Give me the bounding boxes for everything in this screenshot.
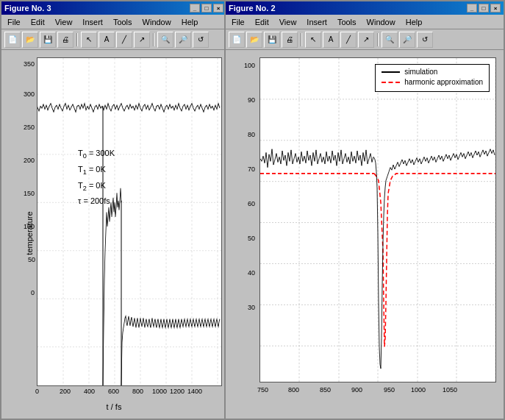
figure3-close-btn[interactable]: × [213, 4, 223, 13]
annotation-T1: T1 = 0K [78, 163, 115, 179]
toolbar-sep1 [76, 33, 78, 46]
figure3-menu-window[interactable]: Window [138, 15, 176, 29]
fig2-ytick-80: 80 [248, 131, 255, 138]
fig2-new-btn[interactable]: 📄 [229, 32, 245, 48]
fig2-xtick-1000: 1000 [411, 386, 426, 394]
figure3-annotation: T0 = 300K T1 = 0K T2 = 0K τ = 200fs [78, 146, 115, 208]
simulation-line-icon [382, 71, 400, 73]
xtick-0: 0 [35, 388, 39, 395]
rotate-btn[interactable]: ↺ [193, 32, 209, 48]
zoom-out-btn[interactable]: 🔎 [175, 32, 191, 48]
figure2-menubar: File Edit View Insert Tools Window Help [226, 15, 504, 29]
figure2-chart-svg [260, 58, 495, 382]
harmonic-line-icon [382, 82, 400, 83]
fig2-text-btn[interactable]: A [323, 32, 339, 48]
figure3-plot-bg: T0 = 300K T1 = 0K T2 = 0K τ = 200fs [37, 57, 222, 386]
xtick-600: 600 [108, 388, 119, 395]
figure3-toolbar: 📄 📂 💾 🖨 ↖ A ╱ ↗ 🔍 🔎 ↺ [1, 29, 226, 50]
print-btn[interactable]: 🖨 [57, 32, 74, 48]
figure2-minimize-btn[interactable]: _ [467, 4, 477, 13]
fig2-line-btn[interactable]: ╱ [340, 32, 357, 48]
figure2-toolbar: 📄 📂 💾 🖨 ↖ A ╱ ↗ 🔍 🔎 ↺ [226, 29, 504, 50]
figure3-plot-container: temperature 350 300 250 200 150 100 50 0 [1, 50, 226, 416]
fig2-xtick-850: 850 [320, 386, 331, 394]
line-tool-btn[interactable]: ╱ [116, 32, 132, 48]
fig2-zoom-out-btn[interactable]: 🔎 [399, 32, 415, 48]
figure2-title: Figure No. 2 [229, 4, 276, 13]
ytick-100: 100 [24, 223, 35, 230]
legend-harmonic: harmonic approximation [382, 78, 483, 86]
text-tool-btn[interactable]: A [99, 32, 115, 48]
figure2-plot-container: 100 90 80 70 60 50 40 30 [226, 50, 504, 416]
fig2-ytick-90: 90 [248, 96, 255, 104]
fig2-toolbar-sep1 [301, 33, 302, 46]
annotation-T0: T0 = 300K [78, 146, 115, 163]
xtick-400: 400 [84, 388, 95, 395]
fig2-xtick-900: 900 [351, 386, 362, 394]
fig2-print-btn[interactable]: 🖨 [282, 32, 298, 48]
figure2-menu-help[interactable]: Help [401, 15, 427, 29]
annotation-T2: T2 = 0K [78, 179, 115, 195]
fig2-arrow-btn[interactable]: ↗ [358, 32, 374, 48]
figure2-menu-edit[interactable]: Edit [251, 15, 273, 29]
figure2-maximize-btn[interactable]: □ [479, 4, 489, 13]
ytick-150: 150 [24, 190, 35, 197]
ytick-200: 200 [24, 157, 35, 164]
figure3-minimize-btn[interactable]: _ [190, 4, 200, 13]
figure3-menu-view[interactable]: View [51, 15, 77, 29]
arrow-tool-btn[interactable]: ↗ [134, 32, 150, 48]
figure2-menu-file[interactable]: File [227, 15, 249, 29]
fig2-ytick-40: 40 [248, 269, 255, 277]
fig2-xtick-750: 750 [257, 386, 268, 394]
zoom-in-btn[interactable]: 🔍 [157, 32, 173, 48]
legend-simulation: simulation [382, 68, 483, 76]
fig2-toolbar-sep2 [377, 33, 379, 46]
ytick-250: 250 [24, 124, 35, 131]
figure3-menu-tools[interactable]: Tools [109, 15, 137, 29]
annotation-tau: τ = 200fs [78, 194, 115, 208]
fig2-xtick-950: 950 [384, 386, 395, 394]
figure3-window-controls: _ □ × [190, 4, 223, 13]
fig2-rotate-btn[interactable]: ↺ [417, 32, 433, 48]
save-btn[interactable]: 💾 [40, 32, 56, 48]
figure3-menu-file[interactable]: File [3, 15, 25, 29]
figure2-titlebar[interactable]: Figure No. 2 _ □ × [226, 1, 504, 15]
figure2-menu-tools[interactable]: Tools [333, 15, 361, 29]
figure2-legend: simulation harmonic approximation [375, 64, 490, 92]
ytick-0: 0 [31, 289, 35, 296]
xtick-800: 800 [132, 388, 143, 395]
figure2-close-btn[interactable]: × [490, 4, 501, 13]
toolbar-sep2 [153, 33, 154, 46]
simulation-label: simulation [404, 68, 437, 76]
fig2-ytick-70: 70 [248, 165, 255, 173]
new-figure-btn[interactable]: 📄 [4, 32, 21, 48]
figure3-titlebar[interactable]: Figure No. 3 _ □ × [1, 1, 226, 15]
figure3-menu-insert[interactable]: Insert [78, 15, 107, 29]
harmonic-label: harmonic approximation [404, 78, 483, 86]
xtick-1200: 1200 [170, 388, 185, 395]
xtick-1400: 1400 [187, 388, 202, 395]
figure3-window: Figure No. 3 _ □ × File Edit View Insert… [0, 0, 228, 420]
figure2-menu-view[interactable]: View [275, 15, 301, 29]
figure3-menubar: File Edit View Insert Tools Window Help [1, 15, 226, 29]
fig2-ytick-100: 100 [244, 62, 255, 69]
figure2-menu-insert[interactable]: Insert [302, 15, 332, 29]
figure2-plot-bg: simulation harmonic approximation [259, 57, 496, 382]
figure2-window: Figure No. 2 _ □ × File Edit View Insert… [224, 0, 505, 420]
figure3-maximize-btn[interactable]: □ [201, 4, 212, 13]
fig2-ytick-60: 60 [248, 200, 255, 207]
figure3-menu-edit[interactable]: Edit [26, 15, 49, 29]
figure3-x-label: t / fs [107, 402, 122, 411]
figure2-menu-window[interactable]: Window [362, 15, 400, 29]
fig2-save-btn[interactable]: 💾 [264, 32, 280, 48]
fig2-ytick-50: 50 [248, 235, 255, 242]
pointer-tool-btn[interactable]: ↖ [81, 32, 97, 48]
fig2-open-btn[interactable]: 📂 [246, 32, 262, 48]
fig2-xtick-800: 800 [288, 386, 299, 394]
figure3-menu-help[interactable]: Help [177, 15, 203, 29]
fig2-pointer-btn[interactable]: ↖ [305, 32, 321, 48]
figure3-y-label: temperature [25, 211, 34, 255]
open-file-btn[interactable]: 📂 [22, 32, 38, 48]
fig2-zoom-in-btn[interactable]: 🔍 [382, 32, 398, 48]
fig2-xtick-1050: 1050 [443, 386, 457, 394]
